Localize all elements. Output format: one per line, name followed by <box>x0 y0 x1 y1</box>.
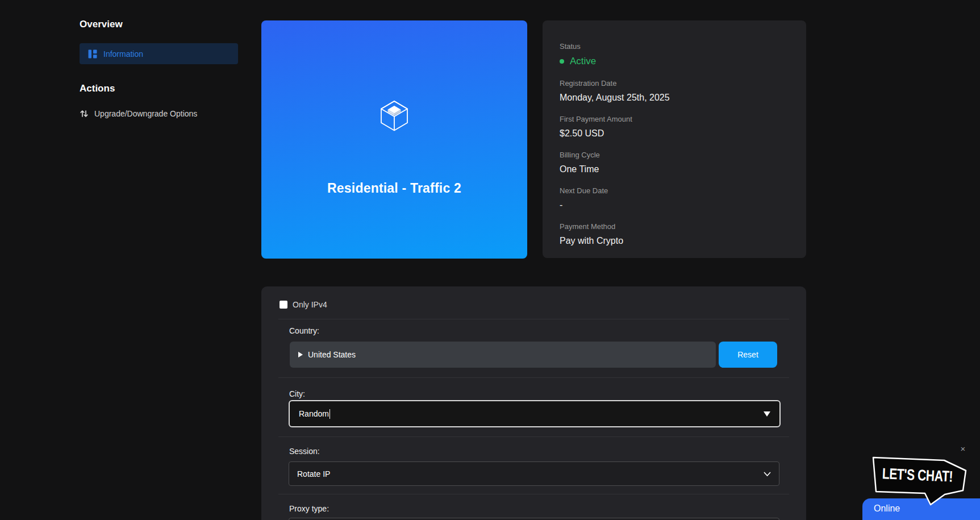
field-status: Status Active <box>560 42 789 67</box>
field-next-due-date: Next Due Date - <box>560 186 789 210</box>
field-label: First Payment Amount <box>560 115 789 123</box>
field-registration-date: Registration Date Monday, August 25th, 2… <box>560 79 789 103</box>
chat-bubble[interactable]: LET'S CHAT! <box>867 453 968 507</box>
field-label: Registration Date <box>560 79 789 88</box>
field-label: Billing Cycle <box>560 151 789 159</box>
session-label: Session: <box>289 447 320 456</box>
session-value: Rotate IP <box>297 469 330 479</box>
text-cursor <box>330 409 330 419</box>
status-badge: Active <box>560 56 789 67</box>
field-value: Monday, August 25th, 2025 <box>560 93 789 103</box>
only-ipv4-row: Only IPv4 <box>280 300 327 309</box>
divider <box>278 377 789 378</box>
city-combobox[interactable]: Random <box>289 400 781 427</box>
country-select[interactable]: United States <box>290 342 716 368</box>
swap-vertical-icon <box>80 109 89 118</box>
country-label: Country: <box>289 326 319 335</box>
actions-heading: Actions <box>80 83 115 94</box>
only-ipv4-checkbox[interactable] <box>280 301 287 309</box>
proxy-type-select[interactable] <box>289 518 779 520</box>
field-label: Next Due Date <box>560 186 789 195</box>
status-dot-icon <box>560 59 564 64</box>
field-label: Status <box>560 42 789 51</box>
field-value: One Time <box>560 164 789 174</box>
overview-heading: Overview <box>80 19 123 30</box>
reset-button[interactable]: Reset <box>719 342 777 368</box>
sidebar-item-information[interactable]: Information <box>80 43 238 64</box>
caret-down-icon <box>764 411 770 417</box>
chevron-down-icon <box>764 472 771 476</box>
sidebar-item-upgrade-downgrade[interactable]: Upgrade/Downgrade Options <box>80 109 197 118</box>
field-value: Pay with Crypto <box>560 236 789 246</box>
service-details-page: Overview Information Actions Upgrade/Dow… <box>0 0 980 520</box>
cube-icon <box>377 99 412 135</box>
divider <box>278 494 789 494</box>
sidebar-item-label: Information <box>103 49 143 59</box>
chat-bubble-text: LET'S CHAT! <box>877 451 958 499</box>
only-ipv4-label: Only IPv4 <box>293 300 327 309</box>
session-select[interactable]: Rotate IP <box>289 461 779 486</box>
dashboard-columns-icon <box>88 49 97 59</box>
city-label: City: <box>289 389 305 398</box>
field-value: $2.50 USD <box>560 128 789 139</box>
product-card: Residential - Traffic 2 <box>261 20 527 259</box>
country-row: United States Reset <box>290 342 777 368</box>
country-value: United States <box>308 350 356 359</box>
city-value: Random <box>299 409 329 418</box>
chat-close-icon[interactable]: × <box>958 444 968 454</box>
field-first-payment-amount: First Payment Amount $2.50 USD <box>560 115 789 139</box>
divider <box>278 436 789 437</box>
status-text: Active <box>570 56 596 67</box>
proxy-type-label: Proxy type: <box>289 504 329 513</box>
field-label: Payment Method <box>560 222 789 231</box>
field-value: - <box>560 200 789 210</box>
proxy-config-card: Only IPv4 Country: United States Reset C… <box>261 286 806 520</box>
field-billing-cycle: Billing Cycle One Time <box>560 151 789 174</box>
sidebar-item-label: Upgrade/Downgrade Options <box>94 109 197 118</box>
field-payment-method: Payment Method Pay with Crypto <box>560 222 789 246</box>
product-title: Residential - Traffic 2 <box>261 181 527 196</box>
divider <box>278 319 789 319</box>
service-details-card: Status Active Registration Date Monday, … <box>543 20 806 258</box>
triangle-right-icon <box>298 352 303 357</box>
